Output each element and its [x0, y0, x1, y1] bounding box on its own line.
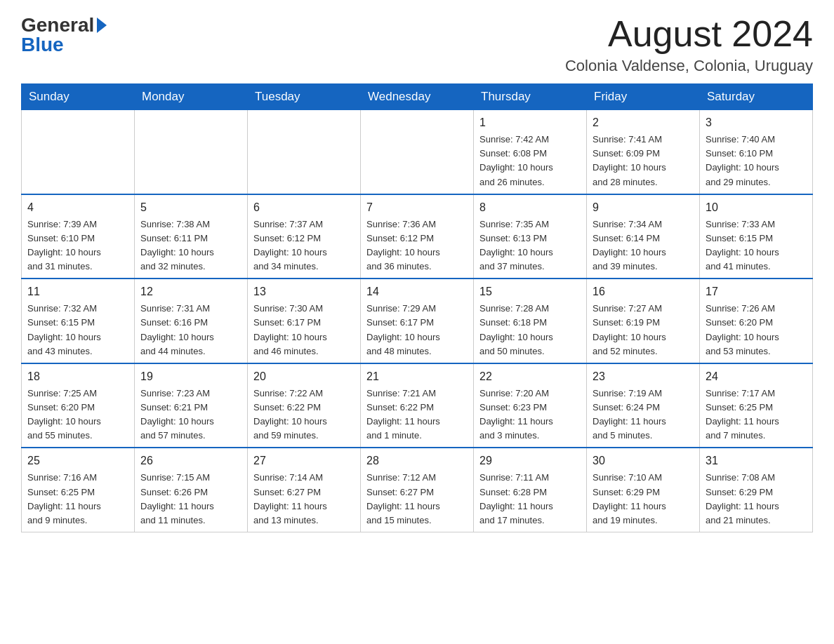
day-info: Sunrise: 7:32 AMSunset: 6:15 PMDaylight:… [27, 302, 128, 358]
day-info: Sunrise: 7:30 AMSunset: 6:17 PMDaylight:… [253, 302, 355, 358]
table-row: 4Sunrise: 7:39 AMSunset: 6:10 PMDaylight… [22, 194, 135, 279]
table-row: 19Sunrise: 7:23 AMSunset: 6:21 PMDayligh… [135, 363, 248, 448]
day-info: Sunrise: 7:25 AMSunset: 6:20 PMDaylight:… [27, 387, 128, 443]
day-number: 6 [253, 199, 355, 216]
month-title: August 2024 [565, 14, 813, 54]
day-info: Sunrise: 7:19 AMSunset: 6:24 PMDaylight:… [593, 387, 694, 443]
day-number: 14 [366, 283, 468, 300]
day-info: Sunrise: 7:38 AMSunset: 6:11 PMDaylight:… [140, 217, 241, 274]
table-row: 29Sunrise: 7:11 AMSunset: 6:28 PMDayligh… [474, 448, 587, 532]
day-number: 24 [706, 368, 807, 385]
day-number: 18 [27, 368, 128, 385]
table-row: 31Sunrise: 7:08 AMSunset: 6:29 PMDayligh… [700, 448, 813, 532]
logo: General Blue [21, 14, 107, 56]
day-info: Sunrise: 7:11 AMSunset: 6:28 PMDaylight:… [479, 471, 581, 528]
day-info: Sunrise: 7:22 AMSunset: 6:22 PMDaylight:… [253, 387, 355, 443]
day-info: Sunrise: 7:12 AMSunset: 6:27 PMDaylight:… [366, 471, 468, 528]
day-info: Sunrise: 7:39 AMSunset: 6:10 PMDaylight:… [27, 217, 128, 274]
day-number: 17 [706, 283, 807, 300]
day-info: Sunrise: 7:14 AMSunset: 6:27 PMDaylight:… [253, 471, 355, 528]
day-info: Sunrise: 7:42 AMSunset: 6:08 PMDaylight:… [479, 133, 581, 189]
table-row: 9Sunrise: 7:34 AMSunset: 6:14 PMDaylight… [587, 194, 700, 279]
day-number: 13 [253, 283, 355, 300]
table-row: 18Sunrise: 7:25 AMSunset: 6:20 PMDayligh… [22, 363, 135, 448]
table-row [22, 110, 135, 194]
table-row: 12Sunrise: 7:31 AMSunset: 6:16 PMDayligh… [135, 279, 248, 363]
table-row: 26Sunrise: 7:15 AMSunset: 6:26 PMDayligh… [135, 448, 248, 532]
day-info: Sunrise: 7:27 AMSunset: 6:19 PMDaylight:… [593, 302, 694, 358]
day-number: 15 [479, 283, 581, 300]
day-number: 27 [253, 452, 355, 469]
day-number: 22 [479, 368, 581, 385]
day-info: Sunrise: 7:40 AMSunset: 6:10 PMDaylight:… [706, 133, 807, 189]
day-number: 10 [706, 199, 807, 216]
table-row [361, 110, 474, 194]
day-info: Sunrise: 7:15 AMSunset: 6:26 PMDaylight:… [140, 471, 241, 528]
logo-chevron-icon [97, 18, 107, 33]
table-row: 25Sunrise: 7:16 AMSunset: 6:25 PMDayligh… [22, 448, 135, 532]
title-area: August 2024 Colonia Valdense, Colonia, U… [565, 14, 813, 75]
day-number: 28 [366, 452, 468, 469]
header-sunday: Sunday [22, 84, 135, 110]
day-number: 23 [593, 368, 694, 385]
header-monday: Monday [135, 84, 248, 110]
day-info: Sunrise: 7:34 AMSunset: 6:14 PMDaylight:… [593, 217, 694, 274]
day-info: Sunrise: 7:23 AMSunset: 6:21 PMDaylight:… [140, 387, 241, 443]
calendar-week-row: 4Sunrise: 7:39 AMSunset: 6:10 PMDaylight… [22, 194, 813, 279]
calendar-week-row: 18Sunrise: 7:25 AMSunset: 6:20 PMDayligh… [22, 363, 813, 448]
table-row: 3Sunrise: 7:40 AMSunset: 6:10 PMDaylight… [700, 110, 813, 194]
day-info: Sunrise: 7:08 AMSunset: 6:29 PMDaylight:… [706, 471, 807, 528]
day-number: 7 [366, 199, 468, 216]
table-row: 13Sunrise: 7:30 AMSunset: 6:17 PMDayligh… [248, 279, 361, 363]
header-thursday: Thursday [474, 84, 587, 110]
day-number: 12 [140, 283, 241, 300]
table-row: 5Sunrise: 7:38 AMSunset: 6:11 PMDaylight… [135, 194, 248, 279]
calendar-week-row: 11Sunrise: 7:32 AMSunset: 6:15 PMDayligh… [22, 279, 813, 363]
location-title: Colonia Valdense, Colonia, Uruguay [565, 57, 813, 75]
table-row: 10Sunrise: 7:33 AMSunset: 6:15 PMDayligh… [700, 194, 813, 279]
table-row: 14Sunrise: 7:29 AMSunset: 6:17 PMDayligh… [361, 279, 474, 363]
table-row: 2Sunrise: 7:41 AMSunset: 6:09 PMDaylight… [587, 110, 700, 194]
day-number: 26 [140, 452, 241, 469]
day-number: 25 [27, 452, 128, 469]
table-row: 8Sunrise: 7:35 AMSunset: 6:13 PMDaylight… [474, 194, 587, 279]
day-number: 21 [366, 368, 468, 385]
calendar-table: Sunday Monday Tuesday Wednesday Thursday… [21, 83, 813, 532]
calendar-week-row: 25Sunrise: 7:16 AMSunset: 6:25 PMDayligh… [22, 448, 813, 532]
day-info: Sunrise: 7:41 AMSunset: 6:09 PMDaylight:… [593, 133, 694, 189]
day-number: 3 [706, 114, 807, 131]
day-number: 31 [706, 452, 807, 469]
day-info: Sunrise: 7:33 AMSunset: 6:15 PMDaylight:… [706, 217, 807, 274]
table-row: 27Sunrise: 7:14 AMSunset: 6:27 PMDayligh… [248, 448, 361, 532]
table-row: 28Sunrise: 7:12 AMSunset: 6:27 PMDayligh… [361, 448, 474, 532]
calendar-header-row: Sunday Monday Tuesday Wednesday Thursday… [22, 84, 813, 110]
day-info: Sunrise: 7:10 AMSunset: 6:29 PMDaylight:… [593, 471, 694, 528]
day-info: Sunrise: 7:31 AMSunset: 6:16 PMDaylight:… [140, 302, 241, 358]
table-row: 22Sunrise: 7:20 AMSunset: 6:23 PMDayligh… [474, 363, 587, 448]
day-number: 1 [479, 114, 581, 131]
day-number: 30 [593, 452, 694, 469]
table-row: 17Sunrise: 7:26 AMSunset: 6:20 PMDayligh… [700, 279, 813, 363]
table-row: 7Sunrise: 7:36 AMSunset: 6:12 PMDaylight… [361, 194, 474, 279]
day-number: 2 [593, 114, 694, 131]
day-number: 9 [593, 199, 694, 216]
day-number: 8 [479, 199, 581, 216]
table-row: 16Sunrise: 7:27 AMSunset: 6:19 PMDayligh… [587, 279, 700, 363]
table-row: 30Sunrise: 7:10 AMSunset: 6:29 PMDayligh… [587, 448, 700, 532]
table-row: 1Sunrise: 7:42 AMSunset: 6:08 PMDaylight… [474, 110, 587, 194]
day-number: 19 [140, 368, 241, 385]
table-row [248, 110, 361, 194]
day-info: Sunrise: 7:29 AMSunset: 6:17 PMDaylight:… [366, 302, 468, 358]
day-info: Sunrise: 7:20 AMSunset: 6:23 PMDaylight:… [479, 387, 581, 443]
day-info: Sunrise: 7:21 AMSunset: 6:22 PMDaylight:… [366, 387, 468, 443]
table-row: 15Sunrise: 7:28 AMSunset: 6:18 PMDayligh… [474, 279, 587, 363]
day-number: 16 [593, 283, 694, 300]
table-row: 24Sunrise: 7:17 AMSunset: 6:25 PMDayligh… [700, 363, 813, 448]
table-row: 20Sunrise: 7:22 AMSunset: 6:22 PMDayligh… [248, 363, 361, 448]
header-friday: Friday [587, 84, 700, 110]
table-row: 6Sunrise: 7:37 AMSunset: 6:12 PMDaylight… [248, 194, 361, 279]
day-number: 5 [140, 199, 241, 216]
header-wednesday: Wednesday [361, 84, 474, 110]
logo-blue-text: Blue [21, 34, 64, 56]
table-row [135, 110, 248, 194]
